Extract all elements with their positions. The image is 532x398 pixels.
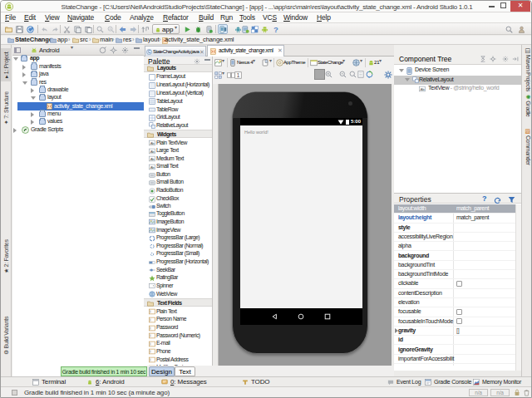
svg-text:1: 1 [237,72,240,78]
svg-text:Ab: Ab [421,86,426,91]
